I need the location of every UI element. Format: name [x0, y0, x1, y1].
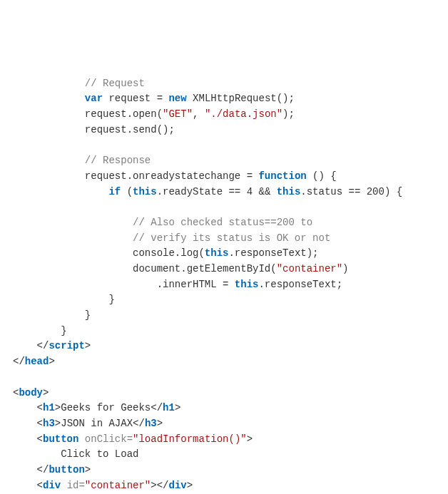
code-line: request.onreadystatechange = function ()… — [13, 170, 337, 182]
tag-div-open: div — [43, 480, 61, 491]
keyword-function: function — [258, 170, 306, 182]
comment: // Also checked status==200 to — [133, 217, 312, 228]
tag-body-open: body — [19, 387, 43, 398]
string: "GET" — [163, 108, 193, 120]
code-line: // Also checked status==200 to — [13, 217, 312, 228]
string: "container" — [85, 480, 151, 491]
code-line: <div id="container"></div> — [13, 480, 193, 491]
code-line: console.log(this.responseText); — [13, 247, 319, 259]
attr-id: id= — [61, 480, 85, 491]
h1-text: Geeks for Geeks — [61, 402, 151, 413]
code-line: // verify its status is OK or not — [13, 232, 330, 244]
comment: // Request — [85, 78, 145, 89]
code-line: <button onClick="loadInformation()"> — [13, 433, 253, 445]
code-line: </head> — [13, 356, 55, 367]
tag-button-open: button — [43, 433, 78, 445]
keyword-this: this — [277, 186, 301, 197]
string: "container" — [277, 263, 342, 274]
code-line: request.open("GET", "./data.json"); — [13, 108, 295, 120]
tag-h1-close: h1 — [163, 402, 175, 413]
code-snippet: // Request var request = new XMLHttpRequ… — [13, 76, 441, 494]
code-line: <h1>Geeks for Geeks</h1> — [13, 402, 180, 413]
code-line: Click to Load — [13, 448, 138, 460]
code-line: // Response — [13, 155, 151, 166]
code-line: <body> — [13, 387, 49, 398]
tag-head-close: head — [25, 356, 49, 367]
keyword-new: new — [168, 93, 186, 104]
code-line: </script> — [13, 340, 91, 351]
code-line: } — [13, 309, 91, 321]
keyword-if: if — [108, 186, 121, 197]
code-line: if (this.readyState == 4 && this.status … — [13, 186, 402, 197]
code-line: </button> — [13, 464, 91, 475]
tag-h3-open: h3 — [43, 418, 55, 429]
comment: // verify its status is OK or not — [133, 232, 330, 244]
code-line: var request = new XMLHttpRequest(); — [13, 93, 295, 104]
code-line: } — [13, 294, 115, 305]
attr-onclick: onClick= — [78, 433, 133, 445]
code-line: request.send(); — [13, 124, 175, 135]
keyword-this: this — [133, 186, 157, 197]
h3-text: JSON in AJAX — [61, 418, 133, 429]
code-line: // Request — [13, 78, 145, 89]
code-line: } — [13, 325, 67, 336]
keyword-var: var — [85, 93, 103, 104]
string: "loadInformation()" — [133, 433, 247, 445]
string: "./data.json" — [205, 108, 282, 120]
code-line: <h3>JSON in AJAX</h3> — [13, 418, 163, 429]
keyword-this: this — [235, 279, 259, 290]
tag-script-close: script — [49, 340, 84, 351]
tag-button-close: button — [49, 464, 84, 475]
code-line: .innerHTML = this.responseText; — [13, 279, 342, 290]
code-line: document.getElementById("container") — [13, 263, 349, 274]
tag-h1-open: h1 — [43, 402, 55, 413]
tag-h3-close: h3 — [145, 418, 157, 429]
button-text: Click to Load — [61, 448, 138, 460]
comment: // Response — [85, 155, 151, 166]
tag-div-close: div — [168, 480, 186, 491]
keyword-this: this — [205, 247, 229, 259]
